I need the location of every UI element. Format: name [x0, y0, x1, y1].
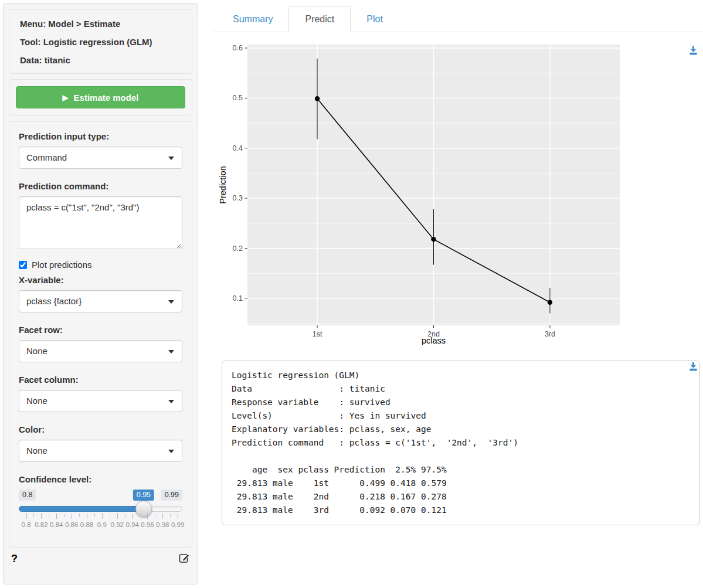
- svg-text:0.4: 0.4: [233, 144, 243, 152]
- caret-down-icon: [168, 450, 174, 453]
- svg-text:0.3: 0.3: [233, 194, 243, 202]
- color-select[interactable]: None: [19, 440, 182, 462]
- plot-predictions-checkbox[interactable]: [19, 261, 27, 269]
- x-variable-select[interactable]: pclass {factor}: [19, 290, 182, 312]
- tab-summary[interactable]: Summary: [217, 6, 288, 32]
- x-variable-label: X-variable:: [19, 274, 182, 285]
- facet-column-value: None: [26, 396, 47, 406]
- plot-predictions-label[interactable]: Plot predictions: [32, 260, 92, 270]
- play-icon: ▶: [63, 94, 69, 101]
- svg-text:Prediction: Prediction: [218, 166, 227, 203]
- help-icon[interactable]: ?: [11, 553, 18, 565]
- radiant-app: Menu: Model > Estimate Tool: Logistic re…: [0, 0, 703, 588]
- facet-row-value: None: [26, 346, 47, 356]
- svg-text:0.2: 0.2: [233, 244, 243, 253]
- caret-down-icon: [168, 400, 174, 403]
- menu-breadcrumb: Menu: Model > Estimate: [20, 18, 181, 29]
- edit-icon[interactable]: [179, 552, 190, 565]
- confidence-level-label: Confidence level:: [19, 474, 182, 485]
- facet-column-label: Facet column:: [19, 374, 182, 385]
- sidebar: Menu: Model > Estimate Tool: Logistic re…: [3, 3, 198, 584]
- slider-filled-bar: [19, 506, 144, 512]
- tab-bar: Summary Predict Plot: [212, 0, 703, 32]
- model-info-panel: Menu: Model > Estimate Tool: Logistic re…: [9, 9, 192, 74]
- svg-text:0.5: 0.5: [233, 94, 243, 102]
- facet-row-select[interactable]: None: [19, 340, 182, 362]
- slider-ticks: [19, 514, 182, 519]
- tab-plot[interactable]: Plot: [351, 6, 399, 32]
- caret-down-icon: [168, 300, 174, 304]
- svg-text:pclass: pclass: [422, 336, 446, 345]
- svg-text:0.6: 0.6: [233, 44, 243, 52]
- data-label: Data: titanic: [20, 55, 181, 66]
- main-content: Summary Predict Plot 0.10.20.30.40.50.61…: [212, 0, 703, 588]
- slider-grid-labels: 0.80.820.840.860.880.90.920.940.960.980.…: [19, 521, 182, 529]
- download-plot-icon[interactable]: [688, 46, 698, 57]
- confidence-level-slider[interactable]: 0.8 0.95 0.99 0.80.820.840.860.880.90.92…: [19, 490, 182, 540]
- caret-down-icon: [168, 350, 174, 354]
- svg-text:0.1: 0.1: [233, 294, 243, 303]
- facet-row-label: Facet row:: [19, 324, 182, 335]
- download-data-icon[interactable]: [688, 362, 698, 373]
- input-type-select[interactable]: Command: [19, 147, 182, 169]
- prediction-output-section: Logistic regression (GLM) Data : titanic…: [212, 361, 703, 525]
- color-label: Color:: [19, 424, 182, 435]
- slider-max-badge: 0.99: [161, 490, 182, 501]
- prediction-output-box: Logistic regression (GLM) Data : titanic…: [222, 361, 700, 525]
- svg-text:3rd: 3rd: [545, 330, 555, 338]
- input-type-value: Command: [26, 152, 67, 162]
- estimate-panel: ▶ Estimate model: [9, 79, 192, 115]
- prediction-output-text: Logistic regression (GLM) Data : titanic…: [222, 361, 699, 525]
- slider-min-badge: 0.8: [19, 490, 36, 501]
- prediction-plot: 0.10.20.30.40.50.61st2nd3rdpclassPredict…: [217, 40, 627, 345]
- estimate-model-button-label: Estimate model: [74, 93, 139, 103]
- prediction-controls-panel: Prediction input type: Command Predictio…: [9, 121, 192, 548]
- sidebar-footer: ?: [11, 552, 190, 565]
- svg-text:1st: 1st: [313, 330, 322, 338]
- x-variable-value: pclass {factor}: [26, 296, 81, 306]
- caret-down-icon: [168, 157, 174, 160]
- slider-value-badge: 0.95: [133, 490, 154, 501]
- command-label: Prediction command:: [19, 181, 182, 192]
- prediction-command-input[interactable]: pclass = c("1st", "2nd", "3rd"): [19, 196, 182, 249]
- facet-column-select[interactable]: None: [19, 390, 182, 412]
- input-type-label: Prediction input type:: [19, 131, 182, 142]
- color-value: None: [26, 446, 47, 456]
- tab-predict[interactable]: Predict: [288, 6, 351, 32]
- tool-label: Tool: Logistic regression (GLM): [20, 36, 181, 47]
- prediction-plot-section: 0.10.20.30.40.50.61st2nd3rdpclassPredict…: [212, 40, 703, 345]
- estimate-model-button[interactable]: ▶ Estimate model: [16, 86, 185, 108]
